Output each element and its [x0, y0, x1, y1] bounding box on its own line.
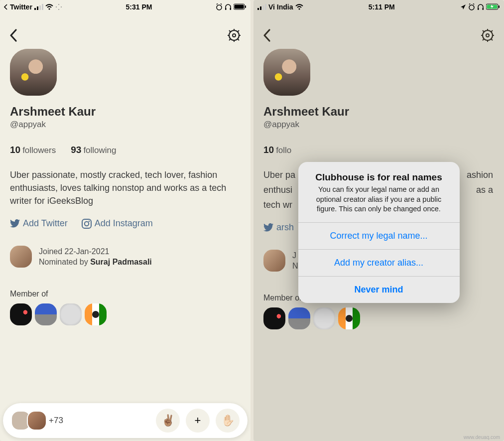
svg-rect-27: [82, 219, 91, 228]
svg-point-9: [217, 5, 222, 10]
extra-count: +73: [49, 416, 63, 426]
club-avatar[interactable]: [263, 307, 285, 329]
location-icon: [460, 4, 466, 10]
profile-handle[interactable]: @appyak: [0, 120, 251, 130]
svg-point-4: [48, 8, 50, 9]
profile-avatar[interactable]: [10, 49, 57, 96]
alert-dialog: Clubhouse is for real names You can fix …: [298, 162, 460, 303]
svg-point-18: [233, 34, 236, 37]
raise-hand-button[interactable]: ✋🏻: [216, 409, 240, 433]
time-label: 5:11 PM: [369, 3, 395, 11]
peace-button[interactable]: ✌🏽: [156, 409, 180, 433]
back-button[interactable]: [262, 28, 271, 44]
battery-icon: [234, 3, 247, 10]
svg-rect-3: [42, 4, 43, 10]
svg-rect-39: [483, 8, 484, 10]
gear-icon: [227, 28, 242, 43]
svg-rect-13: [230, 8, 232, 10]
add-creator-alias-button[interactable]: Add my creator alias...: [298, 249, 460, 276]
nominated-text: Joined 22-Jan-2021 Nominated by Suraj Pa…: [39, 246, 152, 268]
club-avatar[interactable]: [313, 307, 335, 329]
club-avatar[interactable]: [60, 303, 82, 325]
followers-stat[interactable]: 10followers: [10, 145, 56, 155]
profile-avatar[interactable]: [263, 49, 310, 96]
svg-rect-31: [260, 6, 261, 10]
signal-icon: [257, 4, 266, 10]
club-avatar[interactable]: [338, 307, 360, 329]
member-of-label: Member of: [10, 290, 241, 298]
wifi-icon: [295, 4, 303, 10]
correct-legal-name-button[interactable]: Correct my legal name...: [298, 222, 460, 249]
settings-button[interactable]: [227, 28, 242, 45]
svg-line-25: [229, 39, 231, 40]
svg-line-24: [238, 39, 239, 40]
svg-line-37: [473, 3, 474, 4]
watermark: www.deuaq.com: [464, 435, 500, 440]
following-stat[interactable]: 93following: [71, 145, 116, 155]
twitter-handle[interactable]: arsh: [263, 222, 294, 233]
svg-line-49: [483, 30, 484, 32]
plus-button[interactable]: +: [186, 409, 210, 433]
headphones-icon: [477, 3, 484, 10]
bio-text: Uber passionate, mostly cracked, tech lo…: [0, 155, 251, 207]
svg-rect-0: [34, 8, 36, 10]
nominated-row[interactable]: Joined 22-Jan-2021 Nominated by Suraj Pa…: [0, 229, 251, 268]
gear-icon: [480, 28, 495, 43]
followers-stat[interactable]: 10follo: [263, 145, 291, 155]
club-avatar[interactable]: [85, 303, 107, 325]
time-label: 5:31 PM: [126, 3, 152, 11]
nav-bar: [0, 12, 251, 49]
alarm-icon: [216, 3, 223, 10]
svg-rect-33: [265, 4, 266, 10]
svg-rect-30: [257, 8, 259, 10]
add-twitter-link[interactable]: Add Twitter: [10, 218, 68, 229]
club-avatar[interactable]: [10, 303, 32, 325]
svg-rect-38: [478, 8, 479, 10]
club-avatar[interactable]: [288, 307, 310, 329]
svg-line-23: [229, 30, 231, 32]
svg-point-28: [85, 222, 89, 226]
svg-line-10: [217, 3, 218, 4]
settings-button[interactable]: [480, 28, 495, 45]
svg-rect-32: [262, 5, 264, 10]
svg-line-26: [238, 30, 239, 32]
svg-line-51: [483, 39, 484, 40]
status-bar: Vi India 5:11 PM: [253, 0, 504, 12]
svg-line-52: [491, 30, 493, 32]
carrier-label: Vi India: [268, 3, 293, 11]
svg-rect-42: [499, 5, 500, 8]
profile-name[interactable]: Arshmeet Kaur: [253, 96, 504, 120]
headphones-icon: [225, 3, 232, 10]
svg-line-11: [221, 3, 222, 4]
nav-bar: [253, 12, 504, 49]
wifi-icon: [45, 4, 53, 10]
stats-row: 10follo: [253, 130, 504, 155]
never-mind-button[interactable]: Never mind: [298, 276, 460, 303]
nominator-avatar: [263, 250, 285, 272]
stats-row: 10followers 93following: [0, 130, 251, 155]
svg-point-44: [486, 34, 489, 37]
add-instagram-link[interactable]: Add Instagram: [82, 218, 153, 229]
profile-name[interactable]: Arshmeet Kaur: [0, 96, 251, 120]
nominator-avatar: [10, 246, 32, 268]
carrier-label: Twitter: [10, 3, 32, 11]
alarm-icon: [468, 3, 475, 10]
bottom-bar: +73 ✌🏽 + ✋🏻: [3, 403, 248, 438]
twitter-icon: [263, 223, 273, 232]
svg-rect-12: [225, 8, 227, 10]
profile-handle[interactable]: @appyak: [253, 120, 504, 130]
svg-rect-16: [245, 5, 246, 8]
alert-body: You can fix your legal name or add an op…: [298, 185, 460, 222]
chevron-left-icon: [262, 28, 271, 42]
member-of-section: Member of: [0, 268, 251, 325]
svg-line-50: [491, 39, 493, 40]
member-avatar: [27, 411, 47, 431]
loading-icon: [55, 3, 62, 10]
signal-icon: [34, 4, 43, 10]
room-members-preview[interactable]: +73: [11, 411, 63, 431]
back-arrow-small-icon: [4, 4, 8, 10]
left-screenshot: Twitter 5:31 PM Arshmeet Kaur @appyak: [0, 0, 251, 441]
back-button[interactable]: [9, 28, 18, 44]
club-avatar[interactable]: [35, 303, 57, 325]
status-bar: Twitter 5:31 PM: [0, 0, 251, 12]
